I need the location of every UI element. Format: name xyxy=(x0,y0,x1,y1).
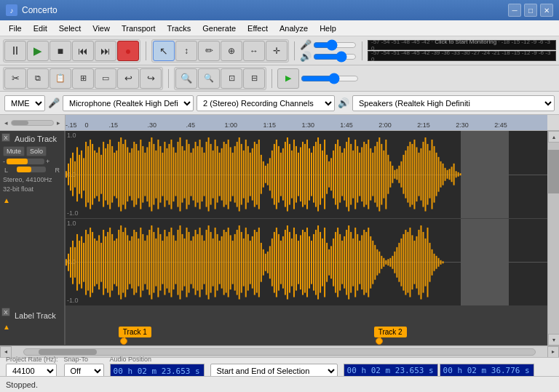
input-device-select[interactable]: Microphone (Realtek High Defini xyxy=(63,95,194,111)
playback-meter-btn[interactable]: ▶ xyxy=(277,68,299,89)
svg-rect-91 xyxy=(265,166,266,183)
output-device-select[interactable]: Speakers (Realtek High Definiti xyxy=(352,95,555,111)
svg-rect-28 xyxy=(127,147,128,201)
menu-tracks[interactable]: Tracks xyxy=(162,23,197,34)
svg-rect-87 xyxy=(256,144,258,205)
multi-tool-button[interactable]: ✛ xyxy=(266,41,288,61)
close-button[interactable]: ✕ xyxy=(540,4,553,17)
svg-rect-250 xyxy=(217,233,218,290)
svg-rect-2 xyxy=(70,158,71,191)
timeshift-tool-button[interactable]: ↔ xyxy=(243,41,265,61)
ruler-tick-130: 1:30 xyxy=(301,121,314,129)
cut-button[interactable]: ✂ xyxy=(4,68,26,89)
stop-button[interactable]: ■ xyxy=(49,41,71,61)
menu-select[interactable]: Select xyxy=(53,23,87,34)
menu-edit[interactable]: Edit xyxy=(28,23,53,34)
ruler-tick-15: .15 xyxy=(109,121,119,129)
svg-rect-229 xyxy=(170,227,172,297)
svg-rect-117 xyxy=(322,151,323,199)
label-track-name: Label Track xyxy=(15,311,61,320)
undo-button[interactable]: ↩ xyxy=(117,68,139,89)
mute-button[interactable]: Mute xyxy=(3,146,25,156)
label-track-dropdown: ▲ xyxy=(3,323,61,331)
svg-rect-260 xyxy=(239,225,240,299)
svg-rect-102 xyxy=(289,144,290,205)
input-gain-slider[interactable] xyxy=(313,40,357,50)
record-button[interactable]: ● xyxy=(117,41,139,61)
v-scroll-thumb[interactable] xyxy=(548,150,559,193)
svg-rect-225 xyxy=(162,240,163,284)
svg-rect-183 xyxy=(70,247,71,277)
audio-track-close[interactable]: X xyxy=(1,133,10,142)
menu-generate[interactable]: Generate xyxy=(197,23,242,34)
svg-rect-255 xyxy=(228,227,229,297)
ruler-right-arrow[interactable]: ▸ xyxy=(55,118,62,128)
svg-rect-205 xyxy=(118,229,119,295)
svg-rect-109 xyxy=(304,144,306,205)
svg-rect-190 xyxy=(85,229,87,295)
svg-rect-286 xyxy=(296,233,297,290)
menu-transport[interactable]: Transport xyxy=(116,23,162,34)
label-track-arrow[interactable]: ▲ xyxy=(3,323,10,331)
minimize-button[interactable]: ─ xyxy=(508,4,521,17)
svg-rect-290 xyxy=(304,231,306,292)
playback-speed-slider[interactable] xyxy=(301,73,359,84)
menu-view[interactable]: View xyxy=(87,23,116,34)
svg-rect-333 xyxy=(398,242,400,281)
svg-rect-49 xyxy=(173,147,174,201)
channels-select[interactable]: 2 (Stereo) Recording Channels xyxy=(197,95,335,111)
silence-button[interactable]: ▭ xyxy=(95,68,116,89)
paste-button[interactable]: 📋 xyxy=(49,68,71,89)
svg-rect-35 xyxy=(142,146,143,203)
pause-button[interactable]: ⏸ xyxy=(4,41,26,61)
label-track-close[interactable]: X xyxy=(1,308,10,316)
svg-rect-185 xyxy=(74,247,76,277)
zoom-in-button[interactable]: 🔍 xyxy=(175,68,197,89)
envelope-tool-button[interactable]: ↕ xyxy=(175,41,197,61)
svg-rect-180 xyxy=(460,173,461,175)
skip-end-button[interactable]: ⏭ xyxy=(95,41,116,61)
track-collapse-arrow[interactable]: ▲ xyxy=(3,196,61,204)
svg-rect-322 xyxy=(374,244,376,279)
v-scroll-up-btn[interactable]: ▴ xyxy=(548,131,560,143)
zoom-tool-button[interactable]: ⊕ xyxy=(221,41,242,61)
zoom-sel-button[interactable]: ⊟ xyxy=(243,68,265,89)
h-scroll-right-btn[interactable]: ▸ xyxy=(547,346,559,358)
label-track-2-text: Track 2 xyxy=(374,327,407,337)
skip-start-button[interactable]: ⏮ xyxy=(72,41,94,61)
svg-rect-63 xyxy=(204,153,205,196)
play-button[interactable]: ▶ xyxy=(27,41,49,61)
solo-button[interactable]: Solo xyxy=(26,146,47,156)
redo-button[interactable]: ↪ xyxy=(140,68,162,89)
menu-file[interactable]: File xyxy=(3,23,28,34)
h-scroll-thumb[interactable] xyxy=(39,349,97,355)
svg-rect-95 xyxy=(274,144,275,205)
selection-tool-button[interactable]: ↖ xyxy=(153,41,175,61)
label-track-2-line xyxy=(380,337,381,342)
menu-analyze[interactable]: Analyze xyxy=(274,23,314,34)
v-scroll-down-btn[interactable]: ▾ xyxy=(548,334,560,345)
pan-slider[interactable] xyxy=(17,167,46,172)
maximize-button[interactable]: □ xyxy=(524,4,537,17)
ruler-controls: ◂ ▸ xyxy=(0,115,65,130)
svg-rect-76 xyxy=(232,153,234,196)
svg-rect-252 xyxy=(221,236,223,288)
draw-tool-button[interactable]: ✏ xyxy=(198,41,220,61)
svg-rect-115 xyxy=(317,137,319,212)
host-select[interactable]: MME xyxy=(4,95,45,111)
menu-effect[interactable]: Effect xyxy=(242,23,274,34)
ruler-left-arrow[interactable]: ◂ xyxy=(3,118,9,128)
zoom-fit-button[interactable]: ⊡ xyxy=(221,68,242,89)
timeline-ruler[interactable]: ◂ ▸ -.15 0 .15 .30 .45 1:00 1:15 1:30 1: xyxy=(0,115,559,131)
svg-rect-34 xyxy=(140,140,141,209)
gain-slider[interactable] xyxy=(7,159,44,164)
input-meter-display[interactable]: -57 -54 -51 -48 -45 -42 · Click to Start… xyxy=(368,40,556,50)
copy-button[interactable]: ⧉ xyxy=(27,68,49,89)
ruler-tick-200: 2:00 xyxy=(378,121,392,129)
zoom-out-button[interactable]: 🔍 xyxy=(198,68,220,89)
separator-5 xyxy=(271,69,272,88)
trim-button[interactable]: ⊞ xyxy=(72,68,94,89)
output-gain-slider[interactable] xyxy=(313,52,357,62)
meter-display-group: -57 -54 -51 -48 -45 -42 · Click to Start… xyxy=(368,40,556,61)
menu-help[interactable]: Help xyxy=(314,23,342,34)
